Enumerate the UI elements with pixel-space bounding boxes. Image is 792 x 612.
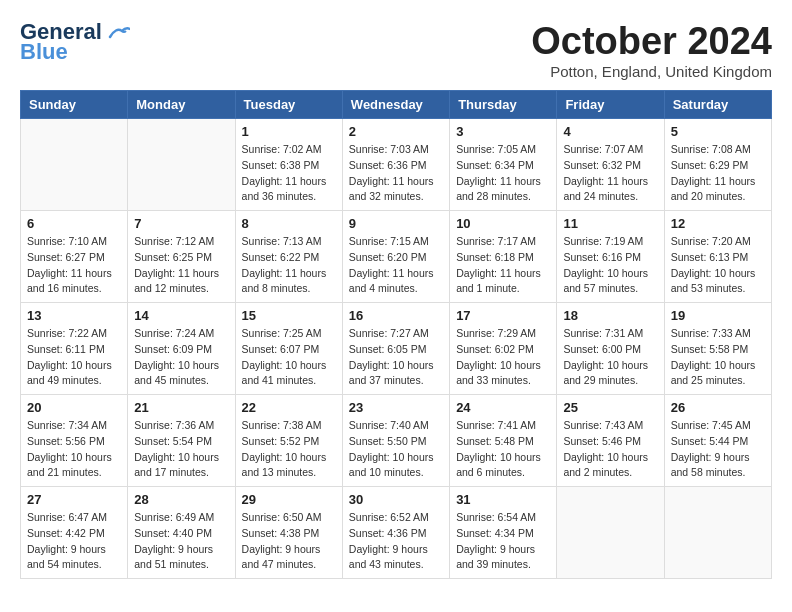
week-row-5: 27Sunrise: 6:47 AMSunset: 4:42 PMDayligh… xyxy=(21,487,772,579)
week-row-1: 1Sunrise: 7:02 AMSunset: 6:38 PMDaylight… xyxy=(21,119,772,211)
day-cell: 29Sunrise: 6:50 AMSunset: 4:38 PMDayligh… xyxy=(235,487,342,579)
day-info: Sunrise: 7:19 AMSunset: 6:16 PMDaylight:… xyxy=(563,234,657,297)
day-info: Sunrise: 7:40 AMSunset: 5:50 PMDaylight:… xyxy=(349,418,443,481)
day-cell: 27Sunrise: 6:47 AMSunset: 4:42 PMDayligh… xyxy=(21,487,128,579)
day-number: 21 xyxy=(134,400,228,415)
day-number: 25 xyxy=(563,400,657,415)
day-cell: 20Sunrise: 7:34 AMSunset: 5:56 PMDayligh… xyxy=(21,395,128,487)
day-number: 27 xyxy=(27,492,121,507)
day-number: 1 xyxy=(242,124,336,139)
header-saturday: Saturday xyxy=(664,91,771,119)
day-cell: 8Sunrise: 7:13 AMSunset: 6:22 PMDaylight… xyxy=(235,211,342,303)
day-info: Sunrise: 7:29 AMSunset: 6:02 PMDaylight:… xyxy=(456,326,550,389)
day-cell xyxy=(557,487,664,579)
day-number: 29 xyxy=(242,492,336,507)
day-cell: 25Sunrise: 7:43 AMSunset: 5:46 PMDayligh… xyxy=(557,395,664,487)
day-info: Sunrise: 7:03 AMSunset: 6:36 PMDaylight:… xyxy=(349,142,443,205)
day-cell: 14Sunrise: 7:24 AMSunset: 6:09 PMDayligh… xyxy=(128,303,235,395)
day-cell: 13Sunrise: 7:22 AMSunset: 6:11 PMDayligh… xyxy=(21,303,128,395)
day-cell xyxy=(664,487,771,579)
header-sunday: Sunday xyxy=(21,91,128,119)
day-info: Sunrise: 7:10 AMSunset: 6:27 PMDaylight:… xyxy=(27,234,121,297)
calendar-table: Sunday Monday Tuesday Wednesday Thursday… xyxy=(20,90,772,579)
week-row-2: 6Sunrise: 7:10 AMSunset: 6:27 PMDaylight… xyxy=(21,211,772,303)
day-info: Sunrise: 7:07 AMSunset: 6:32 PMDaylight:… xyxy=(563,142,657,205)
day-info: Sunrise: 7:12 AMSunset: 6:25 PMDaylight:… xyxy=(134,234,228,297)
day-number: 2 xyxy=(349,124,443,139)
day-info: Sunrise: 7:31 AMSunset: 6:00 PMDaylight:… xyxy=(563,326,657,389)
logo: General Blue xyxy=(20,20,130,64)
day-cell: 24Sunrise: 7:41 AMSunset: 5:48 PMDayligh… xyxy=(450,395,557,487)
day-number: 18 xyxy=(563,308,657,323)
day-info: Sunrise: 7:08 AMSunset: 6:29 PMDaylight:… xyxy=(671,142,765,205)
logo-bird-icon xyxy=(108,25,130,41)
day-info: Sunrise: 7:27 AMSunset: 6:05 PMDaylight:… xyxy=(349,326,443,389)
day-number: 4 xyxy=(563,124,657,139)
day-cell: 22Sunrise: 7:38 AMSunset: 5:52 PMDayligh… xyxy=(235,395,342,487)
title-area: October 2024 Potton, England, United Kin… xyxy=(531,20,772,80)
day-cell: 12Sunrise: 7:20 AMSunset: 6:13 PMDayligh… xyxy=(664,211,771,303)
week-row-3: 13Sunrise: 7:22 AMSunset: 6:11 PMDayligh… xyxy=(21,303,772,395)
month-title: October 2024 xyxy=(531,20,772,63)
day-cell: 1Sunrise: 7:02 AMSunset: 6:38 PMDaylight… xyxy=(235,119,342,211)
day-info: Sunrise: 7:38 AMSunset: 5:52 PMDaylight:… xyxy=(242,418,336,481)
day-number: 3 xyxy=(456,124,550,139)
day-info: Sunrise: 6:50 AMSunset: 4:38 PMDaylight:… xyxy=(242,510,336,573)
day-number: 8 xyxy=(242,216,336,231)
day-info: Sunrise: 6:54 AMSunset: 4:34 PMDaylight:… xyxy=(456,510,550,573)
day-number: 17 xyxy=(456,308,550,323)
day-cell: 5Sunrise: 7:08 AMSunset: 6:29 PMDaylight… xyxy=(664,119,771,211)
header-tuesday: Tuesday xyxy=(235,91,342,119)
day-info: Sunrise: 7:36 AMSunset: 5:54 PMDaylight:… xyxy=(134,418,228,481)
day-number: 30 xyxy=(349,492,443,507)
day-number: 16 xyxy=(349,308,443,323)
day-cell: 6Sunrise: 7:10 AMSunset: 6:27 PMDaylight… xyxy=(21,211,128,303)
week-row-4: 20Sunrise: 7:34 AMSunset: 5:56 PMDayligh… xyxy=(21,395,772,487)
day-cell: 2Sunrise: 7:03 AMSunset: 6:36 PMDaylight… xyxy=(342,119,449,211)
header-monday: Monday xyxy=(128,91,235,119)
day-number: 19 xyxy=(671,308,765,323)
day-number: 5 xyxy=(671,124,765,139)
day-info: Sunrise: 7:05 AMSunset: 6:34 PMDaylight:… xyxy=(456,142,550,205)
day-number: 31 xyxy=(456,492,550,507)
day-info: Sunrise: 7:25 AMSunset: 6:07 PMDaylight:… xyxy=(242,326,336,389)
day-cell: 15Sunrise: 7:25 AMSunset: 6:07 PMDayligh… xyxy=(235,303,342,395)
day-info: Sunrise: 7:34 AMSunset: 5:56 PMDaylight:… xyxy=(27,418,121,481)
day-info: Sunrise: 6:47 AMSunset: 4:42 PMDaylight:… xyxy=(27,510,121,573)
day-info: Sunrise: 7:33 AMSunset: 5:58 PMDaylight:… xyxy=(671,326,765,389)
day-cell: 21Sunrise: 7:36 AMSunset: 5:54 PMDayligh… xyxy=(128,395,235,487)
day-number: 26 xyxy=(671,400,765,415)
day-cell: 26Sunrise: 7:45 AMSunset: 5:44 PMDayligh… xyxy=(664,395,771,487)
day-number: 10 xyxy=(456,216,550,231)
day-number: 6 xyxy=(27,216,121,231)
day-cell: 23Sunrise: 7:40 AMSunset: 5:50 PMDayligh… xyxy=(342,395,449,487)
day-number: 15 xyxy=(242,308,336,323)
day-info: Sunrise: 7:17 AMSunset: 6:18 PMDaylight:… xyxy=(456,234,550,297)
day-info: Sunrise: 7:43 AMSunset: 5:46 PMDaylight:… xyxy=(563,418,657,481)
day-number: 13 xyxy=(27,308,121,323)
day-cell: 30Sunrise: 6:52 AMSunset: 4:36 PMDayligh… xyxy=(342,487,449,579)
day-cell: 7Sunrise: 7:12 AMSunset: 6:25 PMDaylight… xyxy=(128,211,235,303)
day-cell: 16Sunrise: 7:27 AMSunset: 6:05 PMDayligh… xyxy=(342,303,449,395)
day-cell xyxy=(21,119,128,211)
day-info: Sunrise: 7:02 AMSunset: 6:38 PMDaylight:… xyxy=(242,142,336,205)
day-cell: 4Sunrise: 7:07 AMSunset: 6:32 PMDaylight… xyxy=(557,119,664,211)
day-info: Sunrise: 7:45 AMSunset: 5:44 PMDaylight:… xyxy=(671,418,765,481)
day-number: 11 xyxy=(563,216,657,231)
day-cell: 17Sunrise: 7:29 AMSunset: 6:02 PMDayligh… xyxy=(450,303,557,395)
day-number: 23 xyxy=(349,400,443,415)
day-number: 28 xyxy=(134,492,228,507)
day-cell: 28Sunrise: 6:49 AMSunset: 4:40 PMDayligh… xyxy=(128,487,235,579)
day-cell: 10Sunrise: 7:17 AMSunset: 6:18 PMDayligh… xyxy=(450,211,557,303)
day-cell: 11Sunrise: 7:19 AMSunset: 6:16 PMDayligh… xyxy=(557,211,664,303)
day-info: Sunrise: 7:20 AMSunset: 6:13 PMDaylight:… xyxy=(671,234,765,297)
day-number: 22 xyxy=(242,400,336,415)
day-number: 9 xyxy=(349,216,443,231)
day-number: 14 xyxy=(134,308,228,323)
day-info: Sunrise: 7:15 AMSunset: 6:20 PMDaylight:… xyxy=(349,234,443,297)
day-info: Sunrise: 7:13 AMSunset: 6:22 PMDaylight:… xyxy=(242,234,336,297)
location-subtitle: Potton, England, United Kingdom xyxy=(531,63,772,80)
day-number: 7 xyxy=(134,216,228,231)
day-info: Sunrise: 7:24 AMSunset: 6:09 PMDaylight:… xyxy=(134,326,228,389)
day-cell xyxy=(128,119,235,211)
